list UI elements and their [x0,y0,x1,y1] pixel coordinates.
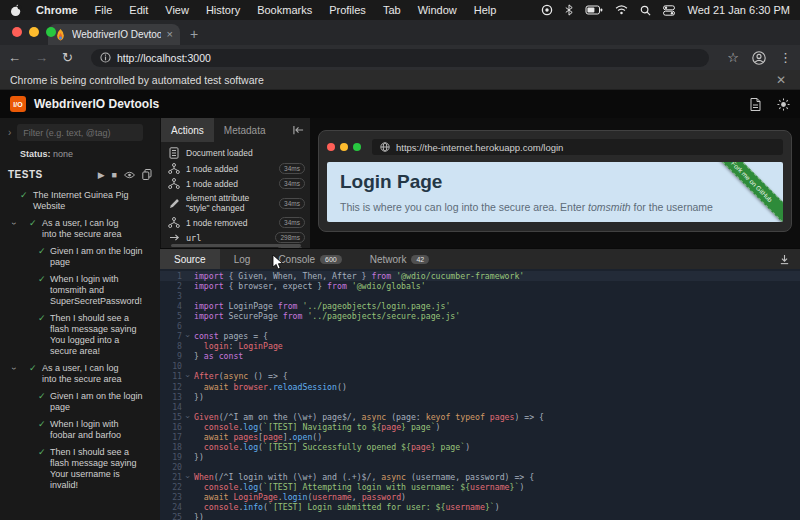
tab-log[interactable]: Log [220,249,265,269]
download-icon[interactable] [779,254,790,265]
action-item[interactable]: 1 node added34ms [161,176,310,191]
filter-input[interactable] [17,124,143,141]
test-suite[interactable]: ✓The Internet Guinea Pig Website [0,190,156,212]
fold-chevron-icon[interactable]: › [183,414,193,419]
menu-tab[interactable]: Tab [383,4,401,16]
code-token: ) [401,492,406,502]
chevron-down-icon[interactable]: › [8,367,19,370]
back-icon[interactable]: ← [8,51,21,64]
test-step[interactable]: ✓Given I am on the login page [0,246,156,268]
line-number: 9 [160,351,186,361]
sidebar-collapse-icon[interactable]: › [8,127,11,138]
test-label: The Internet Guinea Pig Website [33,190,143,212]
fold-chevron-icon[interactable]: › [183,334,193,339]
watch-icon[interactable] [124,171,135,179]
menu-window[interactable]: Window [418,4,457,16]
search-icon[interactable] [640,5,651,16]
tab-network[interactable]: Network42 [356,249,443,269]
check-icon: ✓ [38,313,46,324]
test-step[interactable]: ✓Then I should see a flash message sayin… [0,447,156,491]
code-line: 17 await pages[page].open() [160,432,800,442]
action-item[interactable]: url298ms [161,230,310,245]
test-step[interactable]: ✓When I login with tomsmith and SuperSec… [0,274,156,307]
collapse-panel-icon[interactable] [293,125,304,135]
line-number: 17 [160,432,186,442]
battery-icon[interactable] [585,5,603,15]
action-item[interactable]: element attribute "style" changed34ms [161,191,310,215]
test-label: As a user, I can log into the secure are… [42,363,134,385]
code-token: '../pageobjects/login.page.js' [302,301,450,311]
test-step[interactable]: ✓Then I should see a flash message sayin… [0,313,156,357]
menu-profiles[interactable]: Profiles [329,4,366,16]
fold-chevron-icon[interactable]: › [183,475,193,480]
copy-icon[interactable] [142,169,152,180]
bluetooth-icon[interactable] [565,4,573,16]
theme-toggle-sun-icon[interactable] [777,98,790,111]
test-step[interactable]: ✓Given I am on the login page [0,391,156,413]
address-bar[interactable]: http://localhost:3000 [91,49,709,67]
code-token: keyof typeof [426,412,490,422]
bookmark-star-icon[interactable]: ☆ [727,51,739,64]
code-text [186,361,194,371]
tab-close-icon[interactable]: × [167,29,173,40]
preview-titlebar: https://the-internet.herokuapp.com/login [327,138,783,156]
profile-avatar-icon[interactable] [752,51,766,65]
banner-text: Chrome is being controlled by automated … [10,74,264,86]
test-scenario[interactable]: ›✓As a user, I can log into the secure a… [0,363,156,385]
menu-edit[interactable]: Edit [129,4,148,16]
maximize-window-button[interactable] [46,27,56,37]
wifi-icon[interactable] [615,5,628,15]
preview-close-icon [327,143,335,151]
new-tab-button[interactable]: + [190,26,198,42]
action-label: url [186,233,269,243]
menu-file[interactable]: File [95,4,113,16]
status-value: none [53,149,73,159]
check-icon: ✓ [29,218,37,229]
code-token: open [293,432,313,442]
forward-icon[interactable]: → [35,51,48,64]
reload-icon[interactable]: ↻ [62,51,73,64]
tab-source[interactable]: Source [160,249,220,269]
tab-actions[interactable]: Actions [161,118,214,142]
menubar-clock[interactable]: Wed 21 Jan 6:30 PM [687,4,790,16]
browser-tab[interactable]: WebdriverIO Devtools × [48,24,180,45]
check-icon: ✓ [38,447,46,458]
hierarchy-icon [168,178,180,189]
code-token: }) [194,392,204,402]
menu-history[interactable]: History [206,4,240,16]
hierarchy-icon [168,163,180,174]
code-text: import SecurePage from '../pageobjects/s… [186,311,460,321]
minimize-window-button[interactable] [29,27,39,37]
line-number: 18 [160,442,186,452]
action-item[interactable]: 1 node added34ms [161,161,310,176]
menu-kebab-icon[interactable]: ⋮ [779,51,792,64]
menu-bookmarks[interactable]: Bookmarks [257,4,312,16]
test-scenario[interactable]: ›✓As a user, I can log into the secure a… [0,218,156,240]
chevron-down-icon[interactable]: › [8,222,19,225]
action-item[interactable]: Document loaded [161,145,310,161]
run-tests-icon[interactable]: ▶ [98,170,105,180]
tab-metadata[interactable]: Metadata [214,118,276,142]
code-token: import [194,301,229,311]
report-icon[interactable] [750,98,761,111]
banner-close-icon[interactable]: ✕ [776,73,786,87]
record-icon[interactable] [541,4,553,16]
stop-tests-icon[interactable]: ■ [112,170,117,180]
tests-header: TESTS ▶ ■ [0,159,160,184]
test-step[interactable]: ✓When I login with foobar and barfoo [0,419,156,441]
menu-help[interactable]: Help [474,4,497,16]
menu-view[interactable]: View [165,4,189,16]
action-item[interactable]: 1 node removed34ms [161,215,310,230]
check-icon: ✓ [38,419,46,430]
fold-chevron-icon[interactable]: › [183,374,193,379]
apple-icon[interactable] [10,4,22,17]
code-token [194,382,204,392]
code-line: 10 [160,361,800,371]
control-center-icon[interactable] [663,5,675,16]
menu-chrome[interactable]: Chrome [36,4,78,16]
actions-scrollbar[interactable] [171,244,301,247]
code-editor[interactable]: 1import { Given, When, Then, After } fro… [160,269,800,520]
code-token: await [204,492,234,502]
page-info-icon[interactable] [100,52,111,63]
close-window-button[interactable] [12,27,22,37]
